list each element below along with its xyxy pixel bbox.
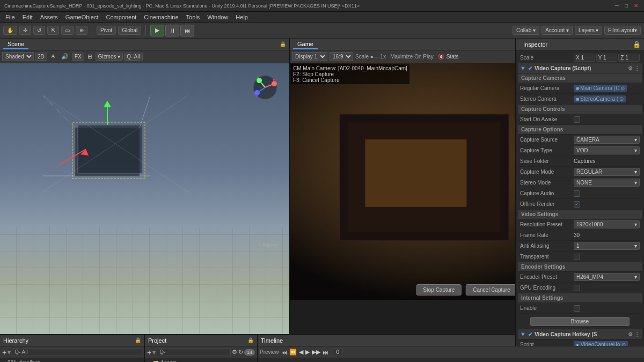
account-button[interactable]: Account ▾ — [541, 26, 573, 35]
cancel-capture-button[interactable]: Cancel Capture — [466, 284, 517, 295]
camera-target-icon[interactable]: ⊙ — [620, 85, 625, 91]
capture-source-dropdown[interactable]: CAMERA ▾ — [574, 136, 640, 144]
all-dropdown[interactable]: Q- All — [124, 53, 142, 61]
fx-icon[interactable]: FX — [72, 53, 84, 61]
scale-tool-button[interactable]: ⇱ — [47, 26, 59, 35]
encoder-preset-dropdown[interactable]: H264_MP4 ▾ — [574, 273, 640, 281]
mute-button[interactable]: 🔇 — [438, 54, 444, 60]
hotkey-expand-icon[interactable]: ▼ — [520, 331, 526, 337]
tree-item-001-timeline[interactable]: ▼ 001_timeline* — [1, 359, 143, 362]
menu-help[interactable]: Help — [232, 13, 251, 21]
timeline-back-icon[interactable]: ◀ — [299, 349, 303, 356]
audio-icon[interactable]: 🔊 — [59, 53, 71, 61]
stereo-camera-value[interactable]: ■ StereoCamera ( ⊙ — [574, 95, 626, 102]
project-assets-folder[interactable]: ▼ 📁 Assets — [146, 359, 256, 362]
shading-dropdown[interactable]: Shaded — [2, 52, 34, 61]
capture-mode-dropdown[interactable]: REGULAR ▾ — [574, 168, 640, 176]
menu-tools[interactable]: Tools — [183, 13, 203, 21]
move-tool-button[interactable]: ✛ — [19, 26, 31, 35]
timeline-prev-icon[interactable]: ⏮ — [281, 349, 287, 356]
hierarchy-search-input[interactable]: Q- All — [12, 348, 142, 356]
gizmos-dropdown[interactable]: Gizmos ▾ — [96, 53, 123, 61]
hierarchy-menu-button[interactable]: ▾ — [8, 349, 11, 356]
capture-audio-checkbox[interactable] — [574, 190, 580, 197]
axis-gizmo[interactable]: X Y Z — [252, 74, 279, 101]
global-button[interactable]: Global — [118, 26, 141, 35]
rect-tool-button[interactable]: ▭ — [61, 26, 74, 35]
stereo-mode-dropdown[interactable]: NONE ▾ — [574, 179, 640, 187]
rotate-tool-button[interactable]: ↺ — [33, 26, 45, 35]
offline-render-checkbox[interactable] — [574, 201, 580, 208]
lighting-icon[interactable]: ☀ — [48, 53, 58, 61]
step-button[interactable]: ⏭ — [180, 25, 194, 36]
scale-z[interactable]: Z 1 — [618, 54, 640, 62]
resolution-dropdown[interactable]: 1920x1080 ▾ — [574, 220, 640, 228]
scene-canvas[interactable]: X Y Z < Persp — [0, 63, 289, 334]
maximize-button[interactable]: □ — [623, 2, 630, 10]
timeline-forward-icon[interactable]: ▶▶ — [312, 349, 320, 356]
collab-button[interactable]: Collab ▾ — [513, 26, 539, 35]
start-on-awake-checkbox[interactable] — [574, 116, 580, 123]
ratio-dropdown[interactable]: 16:9 — [330, 52, 353, 61]
timeline-next-icon[interactable]: ⏭ — [323, 349, 328, 356]
title-text: CinemachineCaptureSample_HDRP - 001_epis… — [4, 3, 613, 9]
display-dropdown[interactable]: Display 1 — [292, 52, 327, 61]
layers-dropdown[interactable]: Layers ▾ — [575, 26, 602, 35]
transform-tool-button[interactable]: ⊕ — [76, 26, 87, 35]
project-tab[interactable]: Project — [148, 337, 166, 344]
pause-button[interactable]: ⏸ — [165, 25, 179, 36]
project-add-button[interactable]: + — [147, 348, 151, 357]
scene-view-grid-icon[interactable]: ⊞ — [85, 53, 94, 61]
capture-audio-label: Capture Audio — [520, 190, 574, 196]
stats-button[interactable]: Stats — [447, 54, 459, 60]
menu-file[interactable]: File — [2, 13, 18, 21]
inspector-lock-icon[interactable]: 🔒 — [633, 41, 641, 48]
scene-tab[interactable]: Scene — [3, 40, 28, 49]
inspector-tab[interactable]: Inspector — [519, 40, 552, 49]
hierarchy-add-button[interactable]: + — [2, 348, 6, 357]
capture-type-dropdown[interactable]: VOD ▾ — [574, 146, 640, 154]
project-settings-icon[interactable]: ⚙ — [232, 349, 237, 356]
timeline-timecode[interactable]: 0 — [333, 348, 343, 356]
transparent-checkbox[interactable] — [574, 254, 580, 260]
timeline-rewind-icon[interactable]: ⏪ — [289, 349, 297, 356]
project-search-input[interactable]: Q- — [157, 348, 231, 356]
game-tab[interactable]: Game — [293, 40, 318, 49]
layout-dropdown[interactable]: FilmLayout▾ — [604, 26, 641, 35]
2d-button[interactable]: 2D — [35, 53, 47, 61]
stop-capture-button[interactable]: Stop Capture — [416, 284, 462, 295]
scale-y[interactable]: Y 1 — [596, 54, 618, 62]
close-button[interactable]: ✕ — [632, 2, 640, 10]
menu-component[interactable]: Component — [103, 13, 140, 21]
timeline-play-icon[interactable]: ▶ — [305, 349, 310, 356]
frame-rate-value[interactable]: 30 — [574, 232, 640, 238]
minimize-button[interactable]: ─ — [613, 2, 620, 10]
menu-cinemachine[interactable]: Cinemachine — [141, 13, 181, 21]
pivot-button[interactable]: Pivot — [97, 26, 116, 35]
menu-window[interactable]: Window — [204, 13, 231, 21]
hotkey-menu-icon[interactable]: ⚙ ⋮ — [628, 331, 640, 337]
menu-assets[interactable]: Assets — [37, 13, 61, 21]
hierarchy-tab[interactable]: Hierarchy — [3, 337, 28, 344]
stereo-target-icon[interactable]: ⊙ — [619, 96, 624, 102]
component-check-icon[interactable]: ✔ — [528, 65, 532, 71]
gpu-encoding-checkbox[interactable] — [574, 285, 580, 291]
project-refresh-icon[interactable]: ↻ — [238, 349, 243, 356]
enable-checkbox[interactable] — [574, 305, 580, 312]
component-menu-icon[interactable]: ⚙ ⋮ — [628, 65, 640, 71]
play-button[interactable]: ▶ — [150, 25, 164, 36]
regular-camera-value[interactable]: ■ Main Camera (C ⊙ — [574, 85, 627, 92]
menu-gameobject[interactable]: GameObject — [62, 13, 102, 21]
hotkey-script-value[interactable]: ● VideoCaptureHo ⊙ — [574, 341, 628, 346]
component-expand-icon[interactable]: ▼ — [520, 65, 526, 71]
hand-tool-button[interactable]: ✋ — [3, 26, 17, 35]
save-folder-value[interactable]: Captures — [574, 158, 640, 164]
hotkey-check-icon[interactable]: ✔ — [528, 331, 532, 337]
anti-aliasing-dropdown[interactable]: 1 ▾ — [574, 242, 640, 250]
timeline-tab[interactable]: Timeline — [261, 337, 283, 344]
menu-edit[interactable]: Edit — [19, 13, 36, 21]
project-menu-button[interactable]: ▾ — [152, 349, 156, 356]
scale-x[interactable]: X 1 — [574, 54, 595, 62]
inspector-browse-button[interactable]: Browse — [530, 317, 630, 326]
maximize-play-button[interactable]: Maximize On Play — [390, 54, 434, 60]
